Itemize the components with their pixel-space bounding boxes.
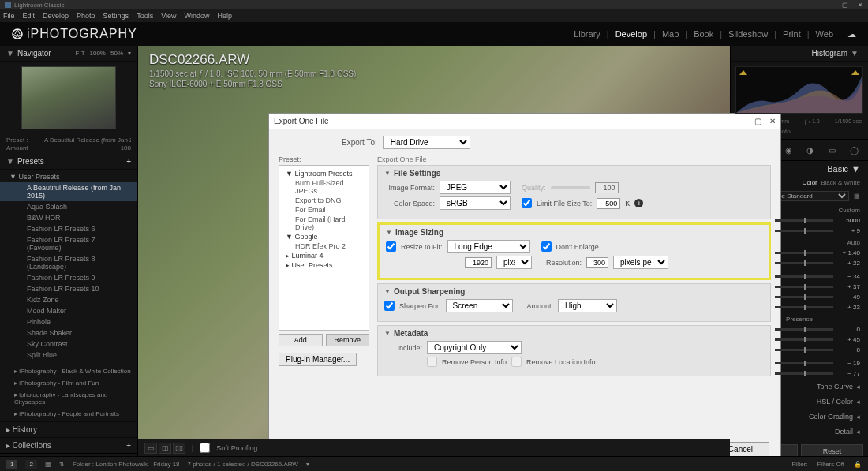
app-title: Lightroom Classic xyxy=(14,2,65,9)
navigator-header[interactable]: ▼ Navigator FIT 100% 50% ▾ xyxy=(0,46,137,62)
menu-photo[interactable]: Photo xyxy=(77,12,95,20)
remove-preset-button[interactable]: Remove xyxy=(326,334,370,346)
dialog-maximize-icon[interactable]: ▢ xyxy=(754,117,761,125)
export-to-select[interactable]: Hard Drive xyxy=(383,136,470,149)
before-after-icon[interactable]: ◫ xyxy=(159,443,171,454)
menu-file[interactable]: File xyxy=(3,12,15,20)
image-canvas[interactable]: DSC02266.ARW 1/1500 sec at ƒ / 1.8, ISO … xyxy=(138,46,730,456)
soft-proof-checkbox[interactable] xyxy=(200,443,210,453)
preset-group[interactable]: ▼ User Presets xyxy=(0,171,137,182)
treatment-color[interactable]: Color xyxy=(803,179,817,186)
dimension-unit-select[interactable]: pixels xyxy=(496,256,532,269)
module-print[interactable]: Print xyxy=(782,29,802,39)
menu-view[interactable]: View xyxy=(161,12,176,20)
resize-checkbox[interactable] xyxy=(386,241,396,252)
menu-tools[interactable]: Tools xyxy=(137,12,153,20)
page-1[interactable]: 1 xyxy=(6,460,17,469)
module-map[interactable]: Map xyxy=(661,29,679,39)
compare-icon[interactable]: ▯▯ xyxy=(173,443,185,454)
preset-collection[interactable]: ▸ iPhotography - Black & White Collectio… xyxy=(0,365,137,377)
sharpen-checkbox[interactable] xyxy=(384,301,395,311)
preset-collection[interactable]: ▸ iPhotography - People and Portraits xyxy=(0,408,137,420)
maximize-icon[interactable]: ▢ xyxy=(842,2,848,9)
preset-item[interactable]: Fashion LR Presets 8 (Landscape) xyxy=(0,253,137,272)
menu-settings[interactable]: Settings xyxy=(103,12,129,20)
preset-item[interactable]: Shade Shaker xyxy=(0,327,137,338)
wb-select[interactable]: Custom xyxy=(838,207,860,214)
preset-item[interactable]: Fashion LR Presets 9 xyxy=(0,272,137,283)
preset-item[interactable]: A Beautiful Release (from Jan 2015) xyxy=(0,182,137,201)
menu-edit[interactable]: Edit xyxy=(23,12,36,20)
close-icon[interactable]: ✕ xyxy=(858,2,863,9)
info-icon[interactable]: i xyxy=(634,199,643,207)
sharpen-for-select[interactable]: Screen xyxy=(446,299,513,312)
resolution-unit-select[interactable]: pixels per inch xyxy=(613,256,668,269)
sharpen-amount-select[interactable]: High xyxy=(558,299,617,312)
navigator-thumbnail[interactable] xyxy=(21,66,116,129)
plugin-manager-button[interactable]: Plug-in Manager... xyxy=(279,353,357,366)
cloud-icon[interactable]: ☁ xyxy=(847,29,857,39)
menu-help[interactable]: Help xyxy=(218,12,233,20)
preset-item[interactable]: Fashion LR Presets 10 xyxy=(0,283,137,294)
dimension-input[interactable] xyxy=(465,257,492,268)
nav-50[interactable]: 50% xyxy=(110,50,123,57)
preset-item[interactable]: Mood Maker xyxy=(0,305,137,316)
color-space-select[interactable]: sRGB xyxy=(440,196,511,210)
grid-icon[interactable]: ▦ xyxy=(854,193,860,200)
preset-item[interactable]: Pinhole xyxy=(0,316,137,327)
preset-item[interactable]: Fashion LR Presets 7 (Favourite) xyxy=(0,234,137,253)
presets-header[interactable]: ▼ Presets + xyxy=(0,154,137,170)
histogram-header[interactable]: Histogram ▼ xyxy=(731,46,868,62)
export-preset-tree[interactable]: ▼ Lightroom Presets Burn Full-Sized JPEG… xyxy=(279,165,369,331)
menu-develop[interactable]: Develop xyxy=(43,12,69,20)
nav-fit[interactable]: FIT xyxy=(76,50,85,57)
module-library[interactable]: Library xyxy=(573,29,601,39)
preset-item[interactable]: Kidz Zone xyxy=(0,294,137,305)
minimize-icon[interactable]: — xyxy=(826,2,832,9)
reset-button[interactable]: Reset xyxy=(801,444,863,456)
sort-icon[interactable]: ⇅ xyxy=(59,461,65,468)
limit-size-input[interactable] xyxy=(597,198,620,209)
loupe-view-icon[interactable]: ▭ xyxy=(144,443,157,454)
preset-item[interactable]: Sky Contrast xyxy=(0,338,137,350)
chevron-down-icon[interactable]: ▾ xyxy=(128,50,131,57)
redeye-icon[interactable]: ◉ xyxy=(781,144,795,155)
page-2[interactable]: 2 xyxy=(25,460,36,469)
resolution-input[interactable] xyxy=(586,257,608,268)
preset-collection[interactable]: ▸ iphotography - Landscapes and Cityscap… xyxy=(0,389,137,408)
module-develop[interactable]: Develop xyxy=(615,29,648,39)
add-preset-button[interactable]: Add xyxy=(279,334,323,346)
preset-item[interactable]: Split Blue xyxy=(0,350,137,361)
module-slideshow[interactable]: Slideshow xyxy=(728,29,769,39)
grid-icon[interactable]: ▦ xyxy=(45,461,51,468)
preset-item[interactable]: Aqua Splash xyxy=(0,201,137,212)
image-format-select[interactable]: JPEG xyxy=(440,181,511,194)
metadata-include-select[interactable]: Copyright Only xyxy=(427,341,522,354)
filters-off[interactable]: Filters Off xyxy=(817,461,844,468)
limit-size-checkbox[interactable] xyxy=(522,198,532,208)
preset-item[interactable]: B&W HDR xyxy=(0,212,137,223)
plus-icon[interactable]: + xyxy=(126,441,131,450)
module-book[interactable]: Book xyxy=(693,29,714,39)
mask-icon[interactable]: ◑ xyxy=(803,144,817,155)
radial-icon[interactable]: ◯ xyxy=(847,144,861,155)
nav-100[interactable]: 100% xyxy=(90,50,106,57)
auto-tone-button[interactable]: Auto xyxy=(847,239,860,246)
collections-header[interactable]: ▸ Collections+ xyxy=(0,437,137,453)
dont-enlarge-checkbox[interactable] xyxy=(541,241,552,252)
chevron-left-icon: ◂ xyxy=(856,413,860,421)
image-camera: Sony ILCE-6000 + E 50mm F1.8 OSS xyxy=(149,80,356,88)
quality-slider[interactable] xyxy=(551,186,590,189)
module-web[interactable]: Web xyxy=(815,29,834,39)
menu-window[interactable]: Window xyxy=(185,12,210,20)
preset-collection[interactable]: ▸ iPhotography - Film and Fun xyxy=(0,377,137,389)
histogram[interactable] xyxy=(735,66,863,114)
treatment-bw[interactable]: Black & White xyxy=(821,179,860,186)
dialog-close-icon[interactable]: ✕ xyxy=(769,117,776,125)
resize-select[interactable]: Long Edge xyxy=(447,240,530,253)
lock-icon[interactable]: 🔒 xyxy=(854,461,862,468)
preset-item[interactable]: Fashion LR Presets 6 xyxy=(0,223,137,234)
grad-icon[interactable]: ▭ xyxy=(825,144,839,155)
history-header[interactable]: ▸ History xyxy=(0,421,137,437)
plus-icon[interactable]: + xyxy=(126,157,131,166)
